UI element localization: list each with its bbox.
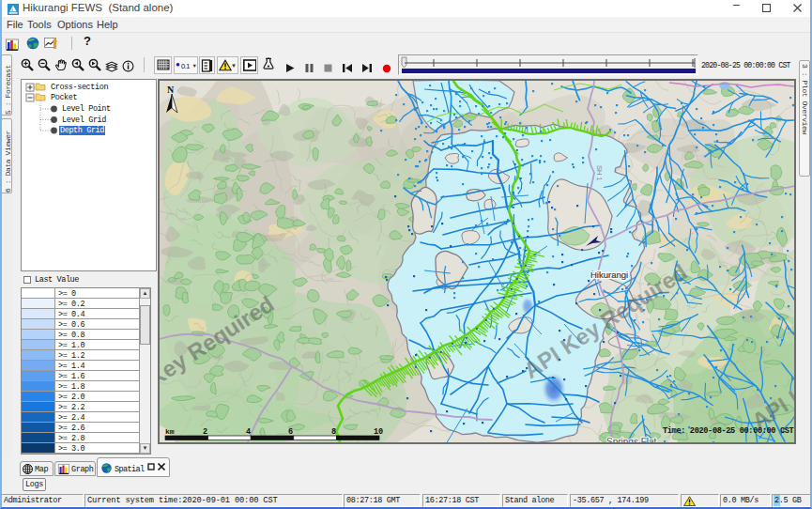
svg-text:2: 2: [203, 427, 207, 437]
svg-text:Hikurangi: Hikurangi: [590, 270, 628, 280]
svg-text:SH 1: SH 1: [595, 165, 604, 181]
svg-text:6: 6: [288, 427, 293, 437]
svg-text:Time: 2020-08-25 00:00:00 CST: Time: 2020-08-25 00:00:00 CST: [663, 426, 794, 436]
svg-text:Springs Flat: Springs Flat: [606, 437, 657, 442]
svg-text:km: km: [165, 427, 175, 436]
svg-text:N: N: [167, 85, 175, 95]
svg-text:4: 4: [246, 427, 251, 437]
svg-text:8: 8: [331, 427, 336, 437]
svg-text:10: 10: [374, 427, 383, 437]
